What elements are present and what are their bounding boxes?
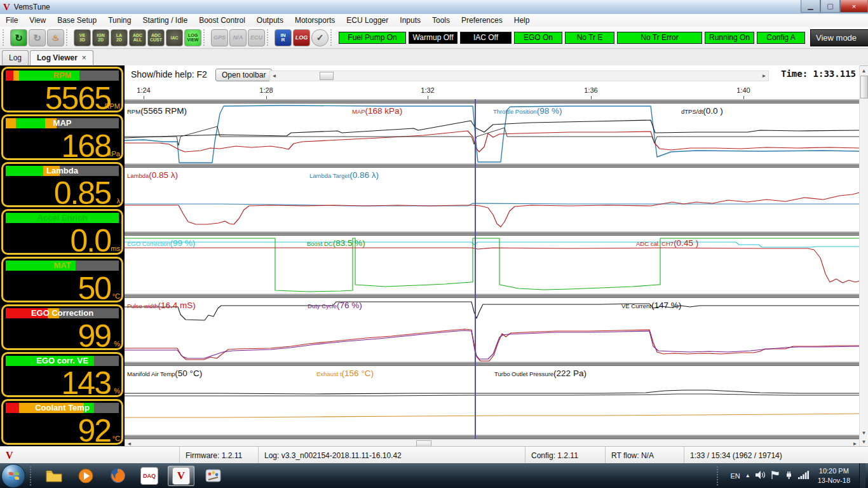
gauge-ego-correction[interactable]: EGO Correction99% — [1, 304, 123, 350]
status-logo-segment: V — [0, 447, 180, 464]
menu-item-view[interactable]: View — [24, 15, 51, 26]
taskbar-app-media-player[interactable] — [72, 466, 99, 486]
chart-panel-5[interactable]: Manifold Air Temp(50 °C)Exhaust t(156 °C… — [125, 366, 860, 435]
log-view-icon[interactable]: LOG VIEW — [184, 29, 201, 46]
tray-expand-icon[interactable]: ▲ — [745, 473, 750, 478]
gauge-ego-corr-ve[interactable]: EGO corr. VE143% — [1, 352, 123, 398]
taskbar-app-paint[interactable] — [200, 466, 226, 486]
close-tab-icon[interactable]: × — [82, 53, 86, 62]
ign-2d-view-icon[interactable]: IGN 2D — [92, 29, 109, 46]
start-button[interactable] — [1, 464, 25, 488]
menu-item-tools[interactable]: Tools — [426, 15, 456, 26]
adc-all-view-icon[interactable]: ADC ALL — [129, 29, 146, 46]
ecu-icon[interactable]: ECU — [248, 29, 265, 46]
menu-item-outputs[interactable]: Outputs — [251, 15, 289, 26]
in-r-icon[interactable]: IN R — [275, 29, 292, 46]
vertical-scrollbar[interactable]: ▲ ▼ ▼ — [859, 66, 868, 446]
tab-log[interactable]: Log — [2, 50, 29, 65]
maximize-button[interactable]: ▢ — [820, 0, 840, 13]
close-button[interactable]: × — [840, 0, 868, 13]
title-bar: V VemsTune ▁ ▢ × — [0, 0, 868, 15]
menu-item-boost-control[interactable]: Boost Control — [193, 15, 251, 26]
menu-item-base-setup[interactable]: Base Setup — [51, 15, 102, 26]
log-record-icon[interactable]: LOG — [293, 29, 310, 46]
adc-cust-view-icon[interactable]: ADC CUST — [147, 29, 165, 46]
gauge-unit: °C — [112, 435, 120, 442]
top-horizontal-scrollbar[interactable]: ◄ ► — [269, 71, 769, 81]
open-toolbar-button[interactable]: Open toolbar — [215, 69, 272, 81]
menu-item-tuning[interactable]: Tuning — [102, 15, 137, 26]
menu-item-inputs[interactable]: Inputs — [394, 15, 426, 26]
volume-icon[interactable] — [756, 471, 766, 480]
gps-icon[interactable]: GPS — [211, 29, 228, 46]
daq-icon: DAQ — [140, 467, 158, 485]
menu-item-ecu-logger[interactable]: ECU Logger — [341, 15, 394, 26]
ok-check-icon[interactable]: ✓ — [311, 29, 329, 46]
viewer-header: Show/hide help: F2 Open toolbar ◄ ► Time… — [125, 65, 860, 85]
gauge-accel-enrich[interactable]: Accel Enrich0.0ms — [1, 209, 123, 255]
burn-icon[interactable]: ♨ — [47, 29, 64, 46]
series-value: (156 °C) — [342, 369, 374, 378]
chart-panel-3[interactable]: EGO Correction(99 %)Boost DC(83.5 %)ADC … — [125, 236, 860, 294]
series-label-ve-current: VE Current(147 %) — [621, 299, 681, 311]
scrollbar-thumb[interactable] — [320, 72, 334, 80]
indicator-running-on: Running On — [705, 32, 754, 44]
gauge-rpm[interactable]: RPM5565RPM — [1, 67, 123, 112]
action-center-flag-icon[interactable] — [771, 471, 780, 480]
gauge-lambda[interactable]: Lambda0.85λ — [1, 162, 123, 208]
taskbar-app-vemstune[interactable]: V — [168, 466, 194, 486]
language-indicator[interactable]: EN — [730, 472, 740, 480]
taskbar-app-firefox[interactable] — [104, 466, 131, 486]
tab-log-viewer[interactable]: Log Viewer× — [30, 50, 93, 65]
vemstune-icon: V — [172, 467, 190, 485]
scroll-right-icon[interactable]: ► — [760, 71, 768, 81]
gauge-unit: °C — [112, 292, 120, 300]
minimize-button[interactable]: ▁ — [801, 0, 820, 13]
chart-panel-2[interactable]: Lambda(0.85 λ)Lambda Target(0.86 λ) — [125, 168, 860, 231]
iac-view-icon[interactable]: IAC — [166, 29, 183, 46]
taskbar-clock[interactable]: 10:20 PM 13-Nov-18 — [814, 466, 854, 485]
scroll-left-icon[interactable]: ◄ — [270, 71, 278, 81]
paint-icon — [205, 468, 221, 484]
axis-tick-label: 1:24 — [137, 86, 150, 94]
ve-3d-view-icon[interactable]: VE 3D — [74, 29, 91, 46]
vemstune-logo-icon: V — [3, 2, 10, 13]
tab-label: Log — [9, 53, 22, 62]
status-bar: VFirmware: 1.2.11Log: v3.3_n002154-2018.… — [0, 446, 868, 464]
scroll-down-icon[interactable]: ▼ — [860, 437, 868, 446]
scrollbar-thumb[interactable] — [860, 76, 868, 98]
series-value: (99 %) — [170, 238, 196, 248]
menu-item-motorsports[interactable]: Motorsports — [289, 15, 341, 26]
gauge-title: RPM — [3, 71, 121, 81]
show-desktop-button[interactable] — [859, 463, 865, 488]
write-ecu-icon[interactable]: ↻ — [10, 29, 27, 46]
read-ecu-icon[interactable]: ↻ — [29, 29, 46, 46]
network-signal-icon[interactable] — [798, 471, 809, 480]
gauge-title: EGO corr. VE — [3, 356, 121, 366]
scroll-up-icon[interactable]: ▲ — [860, 66, 868, 75]
menu-item-starting-idle[interactable]: Starting / Idle — [137, 15, 193, 26]
la-2d-view-icon[interactable]: LA 2D — [111, 29, 128, 46]
gauge-title: MAT — [3, 261, 121, 271]
series-name: dTPS/dt — [681, 108, 703, 115]
taskbar-app-daq[interactable]: DAQ — [136, 466, 163, 486]
na-icon[interactable]: N/A — [229, 29, 247, 46]
chart-panel-4[interactable]: Pulse width(16.4 mS)Duty Cycle(76 %)VE C… — [125, 298, 860, 362]
series-throttle-position — [125, 105, 860, 163]
gauge-map[interactable]: MAP168kPa — [1, 114, 123, 160]
scroll-down-icon[interactable]: ▼ — [860, 428, 868, 437]
chart-panel-1[interactable]: RPM(5565 RPM)MAP(168 kPa)Throttle Positi… — [125, 104, 860, 163]
gauge-coolant-temp[interactable]: Coolant Temp92°C — [1, 399, 123, 445]
view-mode-button[interactable]: View mode — [810, 29, 868, 46]
time-cursor[interactable] — [475, 99, 476, 439]
taskbar-grip — [30, 466, 35, 485]
taskbar-app-explorer[interactable] — [41, 466, 67, 486]
series-name: EGO Correction — [127, 240, 170, 247]
menu-item-preferences[interactable]: Preferences — [456, 15, 508, 26]
menu-item-help[interactable]: Help — [508, 15, 536, 26]
power-plug-icon[interactable] — [785, 471, 793, 480]
gauge-mat[interactable]: MAT50°C — [1, 257, 123, 302]
menu-item-file[interactable]: File — [0, 15, 24, 26]
toolbar-grip — [203, 29, 208, 46]
tab-label: Log Viewer — [37, 53, 78, 62]
